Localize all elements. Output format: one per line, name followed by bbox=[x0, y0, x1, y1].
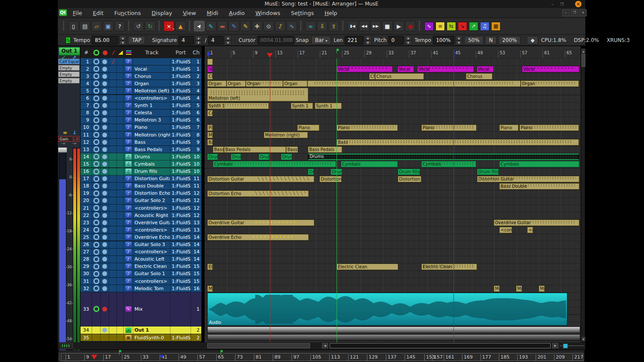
menu-functions[interactable]: Functions bbox=[114, 10, 141, 16]
mdi-restore-icon[interactable]: ❐ bbox=[571, 9, 578, 16]
effect-slot[interactable]: Calf Equaliz bbox=[58, 59, 80, 64]
track-enable-icon[interactable] bbox=[102, 96, 107, 101]
part-clip-cymbals[interactable]: Cymbals bbox=[421, 161, 476, 167]
track-row-Overdrive Guita[interactable]: 23♪Overdrive Guita1:FluidSyr13 bbox=[80, 219, 201, 226]
part-clip-overdrive-echo[interactable]: Overdrive Echo bbox=[207, 234, 309, 240]
part-clip-el[interactable]: El bbox=[207, 264, 213, 270]
track-row-Guitar Solo 2[interactable]: 20♪Guitar Solo 21:FluidSyr12 bbox=[80, 197, 201, 205]
part-clip-dr[interactable]: Dr bbox=[308, 169, 314, 175]
part-clip-drum[interactable]: Drum bbox=[231, 154, 241, 160]
record-arm-icon[interactable] bbox=[93, 125, 99, 131]
record-arm-icon[interactable] bbox=[93, 271, 99, 277]
automation-tool-button[interactable]: ∿ bbox=[286, 21, 297, 31]
record-arm-icon[interactable] bbox=[93, 234, 99, 240]
overview-playhead-icon[interactable] bbox=[91, 355, 97, 359]
part-clip-vocal[interactable]: Vocal bbox=[337, 66, 393, 72]
line-draw-tool-button[interactable]: ✎ bbox=[229, 21, 239, 31]
new-from-template-button[interactable]: ▤ bbox=[80, 21, 90, 31]
tempo-scale-spinner[interactable]: ▲▼ bbox=[456, 36, 462, 45]
part-clip-organ[interactable]: Organ bbox=[283, 80, 307, 87]
menu-file[interactable]: File bbox=[73, 10, 82, 16]
header-num[interactable]: # bbox=[80, 47, 92, 58]
track-row-Bass Double[interactable]: 18♪Bass Double1:FluidSyr11 bbox=[80, 183, 201, 190]
record-arm-icon[interactable] bbox=[93, 95, 99, 101]
record-arm-icon[interactable] bbox=[93, 256, 99, 262]
track-enable-icon[interactable] bbox=[102, 103, 107, 108]
mdi-minimize-icon[interactable]: – bbox=[562, 9, 569, 16]
toolbar-grip[interactable] bbox=[158, 21, 161, 31]
track-enable-icon[interactable] bbox=[102, 286, 107, 291]
playhead-marker-icon[interactable] bbox=[267, 53, 273, 58]
header-ch[interactable]: Ch bbox=[191, 47, 201, 58]
record-arm-icon[interactable] bbox=[93, 306, 99, 312]
snap-select[interactable]: Bar ▾ bbox=[311, 36, 331, 45]
track-enable-icon[interactable] bbox=[102, 74, 107, 79]
menu-settings[interactable]: Settings bbox=[291, 10, 314, 16]
track-row-Mellotron 3[interactable]: 9♪Mellotron 31:FluidSyr6 bbox=[80, 117, 201, 124]
part-clip-bass-pedals[interactable]: Bass Pedals bbox=[224, 146, 286, 153]
part-clip[interactable] bbox=[307, 80, 521, 87]
zoom-tool-button[interactable]: ⊙ bbox=[263, 21, 274, 31]
part-clip-electric-clean[interactable]: Electric Clean bbox=[421, 264, 477, 270]
effect-slot[interactable]: Empty bbox=[58, 78, 80, 83]
signature-denominator-spinner[interactable]: ▲▼ bbox=[225, 36, 231, 45]
track-row-Distortion Guita[interactable]: 17♪Distortion Guita1:FluidSyr11 bbox=[80, 175, 201, 183]
record-arm-icon[interactable] bbox=[93, 88, 99, 94]
pianoroll-button[interactable]: ▦ bbox=[491, 22, 501, 31]
part-clip-bass[interactable]: Bass bbox=[286, 146, 298, 153]
track-row-Guitar Solo 3[interactable]: 26♪Guitar Solo 31:FluidSyr14 bbox=[80, 241, 201, 249]
track-row-Electric Clean[interactable]: 29♪Electric Clean1:FluidSyr15 bbox=[80, 263, 201, 270]
part-clip-synth-1[interactable]: Synth 1 bbox=[207, 103, 269, 109]
whats-this-button[interactable]: ? bbox=[114, 21, 125, 31]
track-enable-icon[interactable] bbox=[102, 235, 107, 240]
track-enable-icon[interactable] bbox=[102, 125, 107, 130]
track-row-Drum fills[interactable]: 16♫Drum fills1:FluidSyr10 bbox=[80, 168, 201, 175]
record-arm-icon[interactable] bbox=[93, 285, 99, 291]
mdi-close-icon[interactable]: × bbox=[579, 9, 587, 16]
part-clip-ba[interactable]: Ba bbox=[207, 139, 213, 145]
track-enable-icon[interactable] bbox=[102, 59, 107, 64]
track-enable-icon[interactable] bbox=[102, 89, 107, 93]
part-clip-drums[interactable]: Drums bbox=[308, 154, 579, 160]
blue-marker-icon[interactable] bbox=[453, 50, 454, 58]
start-marker-icon[interactable] bbox=[207, 51, 211, 56]
pitch-spinner[interactable]: ▲▼ bbox=[405, 36, 411, 45]
part-clip-cymbals[interactable]: Cymbals bbox=[341, 161, 398, 167]
part-clip-me[interactable]: Me bbox=[207, 285, 213, 292]
header-track[interactable]: Track bbox=[133, 47, 170, 58]
record-arm-icon[interactable] bbox=[93, 169, 99, 175]
part-clip-organ[interactable]: Organ bbox=[227, 80, 246, 87]
track-row-<controllers>[interactable]: 21♪<controllers>1:FluidSyr12 bbox=[80, 205, 201, 212]
track-enable-icon[interactable] bbox=[102, 264, 107, 269]
track-row-Overdrive Echo[interactable]: 25♪Overdrive Echo1:FluidSyr14 bbox=[80, 234, 201, 241]
track-row-<controllers>[interactable]: 27♪<controllers>1:FluidSyr14 bbox=[80, 249, 201, 256]
score-editor-button[interactable]: ♫ bbox=[480, 22, 489, 31]
strip-track-button[interactable]: Out 1 bbox=[59, 47, 80, 56]
part-clip-piano[interactable]: Piano bbox=[499, 125, 519, 131]
toolbar-grip[interactable] bbox=[342, 21, 345, 31]
arranger-canvas[interactable]: VoVocalVocalVocalVocalVocalChChChorusCho… bbox=[205, 58, 581, 342]
titlebar-restore-icon[interactable]: ❐ bbox=[559, 2, 565, 7]
track-type-header-icon[interactable] bbox=[124, 47, 133, 58]
tempo-normal-button[interactable]: N bbox=[485, 36, 497, 45]
track-row-Out 1[interactable]: 34↗Out 12 bbox=[80, 326, 201, 334]
marker-window-button[interactable]: ↘ bbox=[458, 22, 467, 31]
record-arm-icon[interactable] bbox=[93, 110, 99, 116]
tempo-double-button[interactable]: 200% bbox=[498, 36, 521, 45]
song-overview-ruler[interactable]: 1917253341495765738189971051131211291371… bbox=[59, 350, 584, 362]
track-row-Mix[interactable]: 33∿Mix1 bbox=[80, 292, 201, 326]
track-row-<controllers>[interactable]: 6♪<controllers>1:FluidSyr4 bbox=[80, 95, 201, 102]
track-enable-icon[interactable] bbox=[102, 242, 107, 247]
part-clip-cymbals[interactable]: Cymbals bbox=[499, 161, 579, 167]
part-clip-organ[interactable]: Organ bbox=[246, 80, 283, 87]
menu-view[interactable]: View bbox=[183, 10, 196, 16]
signature-numerator-input[interactable]: 4 bbox=[179, 36, 194, 45]
toolbar-grip[interactable] bbox=[188, 21, 191, 31]
part-clip-piano[interactable]: Piano bbox=[421, 125, 477, 131]
record-arm-icon[interactable] bbox=[93, 190, 99, 196]
track-enable-icon[interactable] bbox=[102, 198, 107, 203]
part-clip[interactable] bbox=[207, 59, 213, 65]
track-enable-icon[interactable] bbox=[102, 176, 107, 181]
redo-button[interactable]: ↻ bbox=[145, 21, 155, 31]
record-arm-icon[interactable] bbox=[93, 146, 99, 152]
